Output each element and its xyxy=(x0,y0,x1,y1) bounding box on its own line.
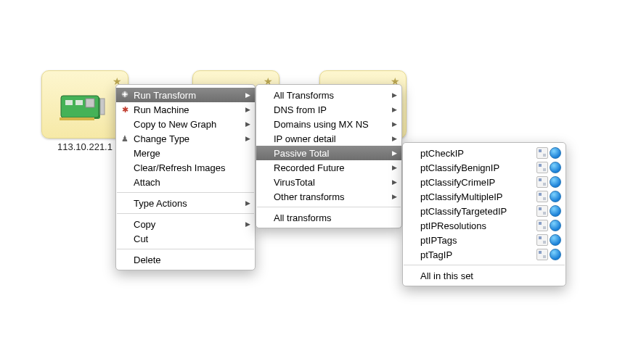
menu-item-ptclassifycrimeip[interactable]: ptClassifyCrimeIP xyxy=(403,175,566,189)
transform-badges xyxy=(536,249,561,260)
menu-item-label: ptClassifyCrimeIP xyxy=(420,177,495,188)
menu-item-label: ptIPTags xyxy=(420,235,457,246)
menu-item-label: All in this set xyxy=(420,270,473,281)
menu-item-pttagip[interactable]: ptTagIP xyxy=(403,247,566,262)
menu-item-label: ptClassifyMultipleIP xyxy=(420,191,502,202)
menu-item-label: Run Machine xyxy=(134,104,189,115)
globe-icon xyxy=(550,162,561,173)
menu-item-label: Type Actions xyxy=(134,198,187,209)
globe-icon xyxy=(550,176,561,188)
menu-separator xyxy=(117,192,254,193)
menu-item-label: ptClassifyBenignIP xyxy=(420,162,499,173)
svg-rect-5 xyxy=(60,117,94,120)
menu-item-clear-refresh[interactable]: Clear/Refresh Images xyxy=(116,160,255,175)
gear-icon: ✱ xyxy=(120,105,130,115)
graph-canvas[interactable]: { "entities": [ { "label": "113.10.221.1… xyxy=(0,0,641,364)
menu-item-label: VirusTotal xyxy=(274,177,315,188)
menu-item-label: All Transforms xyxy=(274,90,334,101)
window-icon xyxy=(536,249,548,260)
transform-icon xyxy=(120,90,130,100)
menu-item-label: All transforms xyxy=(274,212,331,223)
menu-item-delete[interactable]: Delete xyxy=(116,252,255,267)
svg-rect-4 xyxy=(86,99,94,107)
svg-rect-2 xyxy=(65,100,73,105)
menu-item-other-transforms[interactable]: Other transforms xyxy=(256,189,401,204)
menu-item-dns-from-ip[interactable]: DNS from IP xyxy=(256,102,401,117)
context-menu: Run Transform ✱ Run Machine Copy to New … xyxy=(115,84,256,270)
context-submenu-passive-total: ptCheckIP ptClassifyBenignIP ptClassifyC… xyxy=(402,142,566,286)
menu-item-copy-new-graph[interactable]: Copy to New Graph xyxy=(116,117,255,131)
transform-badges xyxy=(536,147,561,159)
menu-item-recorded-future[interactable]: Recorded Future xyxy=(256,160,401,175)
menu-item-all-transforms-footer[interactable]: All transforms xyxy=(256,210,401,225)
menu-item-label: Clear/Refresh Images xyxy=(134,162,225,173)
menu-item-merge[interactable]: Merge xyxy=(116,146,255,160)
menu-item-domains-mx-ns[interactable]: Domains using MX NS xyxy=(256,117,401,131)
change-type-icon: ♟ xyxy=(120,134,130,144)
network-card-icon xyxy=(58,91,109,125)
window-icon xyxy=(536,205,548,217)
menu-separator xyxy=(257,207,401,207)
svg-rect-6 xyxy=(100,99,105,115)
menu-item-ptcheckip[interactable]: ptCheckIP xyxy=(403,146,566,160)
menu-separator xyxy=(117,249,254,249)
menu-item-label: Recorded Future xyxy=(274,162,345,173)
context-submenu-transforms: All Transforms DNS from IP Domains using… xyxy=(256,84,402,228)
menu-item-attach[interactable]: Attach xyxy=(116,175,255,189)
menu-item-label: Merge xyxy=(134,148,160,159)
menu-item-ip-owner-detail[interactable]: IP owner detail xyxy=(256,131,401,146)
menu-separator xyxy=(404,265,565,265)
menu-item-label: Change Type xyxy=(134,133,189,144)
menu-item-cut[interactable]: Cut xyxy=(116,231,255,246)
menu-item-label: ptIPResolutions xyxy=(420,220,486,231)
menu-item-ptiptags[interactable]: ptIPTags xyxy=(403,233,566,247)
menu-item-label: Attach xyxy=(134,177,160,188)
menu-separator xyxy=(117,213,254,214)
globe-icon xyxy=(550,220,561,231)
window-icon xyxy=(536,234,548,246)
menu-item-label: DNS from IP xyxy=(274,104,327,115)
menu-item-label: IP owner detail xyxy=(274,133,336,144)
menu-item-label: Passive Total xyxy=(274,148,329,159)
transform-badges xyxy=(536,191,561,202)
menu-item-type-actions[interactable]: Type Actions xyxy=(116,196,255,210)
menu-item-virustotal[interactable]: VirusTotal xyxy=(256,175,401,189)
globe-icon xyxy=(550,249,561,260)
window-icon xyxy=(536,220,548,231)
transform-badges xyxy=(536,234,561,246)
menu-item-run-transform[interactable]: Run Transform xyxy=(116,88,255,102)
globe-icon xyxy=(550,234,561,246)
menu-item-all-transforms[interactable]: All Transforms xyxy=(256,88,401,102)
window-icon xyxy=(536,191,548,202)
globe-icon xyxy=(550,205,561,217)
menu-item-label: Run Transform xyxy=(134,90,196,101)
menu-item-label: Other transforms xyxy=(274,191,345,202)
menu-item-passive-total[interactable]: Passive Total xyxy=(256,146,401,160)
globe-icon xyxy=(550,191,561,202)
menu-item-label: ptTagIP xyxy=(420,249,452,260)
menu-item-run-machine[interactable]: ✱ Run Machine xyxy=(116,102,255,117)
menu-item-ptipresolutions[interactable]: ptIPResolutions xyxy=(403,218,566,233)
menu-item-label: Copy xyxy=(134,219,155,230)
svg-rect-3 xyxy=(75,100,83,105)
menu-item-ptclassifymultipleip[interactable]: ptClassifyMultipleIP xyxy=(403,189,566,204)
menu-item-label: ptClassifyTargetedIP xyxy=(420,206,507,217)
menu-item-change-type[interactable]: ♟ Change Type xyxy=(116,131,255,146)
transform-badges xyxy=(536,162,561,173)
transform-badges xyxy=(536,205,561,217)
menu-item-copy[interactable]: Copy xyxy=(116,217,255,231)
menu-item-label: Cut xyxy=(134,233,148,244)
menu-item-label: Copy to New Graph xyxy=(134,119,216,130)
transform-badges xyxy=(536,220,561,231)
menu-item-ptclassifytargetedip[interactable]: ptClassifyTargetedIP xyxy=(403,204,566,218)
menu-item-label: Delete xyxy=(134,255,161,265)
globe-icon xyxy=(550,147,561,159)
transform-badges xyxy=(536,176,561,188)
window-icon xyxy=(536,162,548,173)
window-icon xyxy=(536,176,548,188)
menu-item-label: Domains using MX NS xyxy=(274,119,369,130)
window-icon xyxy=(536,147,548,159)
menu-item-all-in-set[interactable]: All in this set xyxy=(403,268,566,283)
menu-item-label: ptCheckIP xyxy=(420,148,464,159)
menu-item-ptclassifybenignip[interactable]: ptClassifyBenignIP xyxy=(403,160,566,175)
